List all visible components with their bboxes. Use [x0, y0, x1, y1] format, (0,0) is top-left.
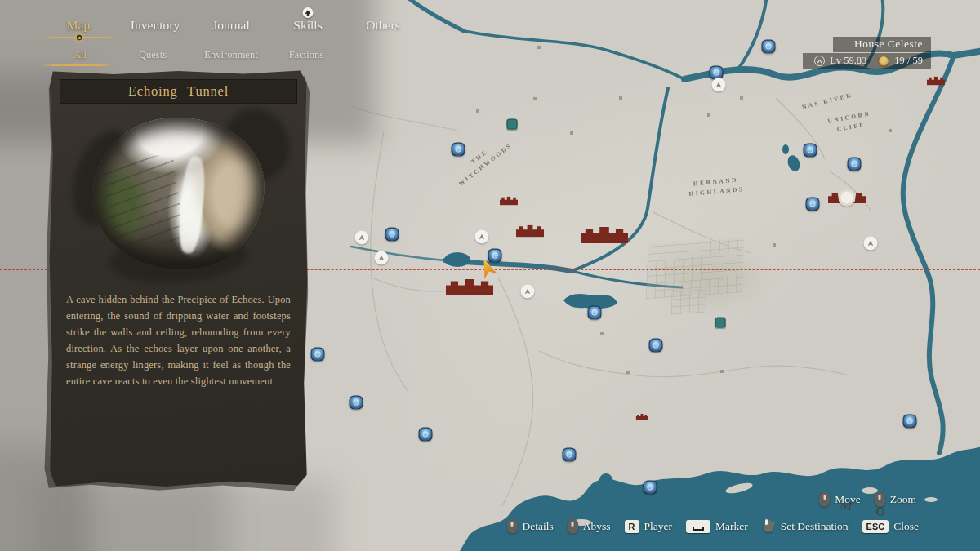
- map-marker-teal-icon[interactable]: [507, 119, 518, 130]
- panel-title-band: Echoing Tunnel: [60, 79, 297, 104]
- tab-inventory[interactable]: Inventory: [131, 18, 180, 33]
- player-label: Player: [644, 520, 673, 533]
- set-destination-control[interactable]: Set Destination: [762, 518, 849, 534]
- house-name: House Celeste: [833, 37, 931, 52]
- map-marker-waypoint-icon[interactable]: [311, 348, 325, 362]
- close-label: Close: [893, 520, 919, 533]
- subtab-quests[interactable]: Quests: [139, 49, 167, 61]
- map-marker-waypoint-icon[interactable]: [419, 428, 433, 442]
- marker-control[interactable]: Marker: [686, 520, 748, 533]
- map-marker-poi-icon[interactable]: [475, 230, 489, 244]
- mouse-left-click-icon: [507, 519, 518, 534]
- abyss-control[interactable]: Abyss: [568, 519, 611, 534]
- mouse-move-icon: [819, 492, 830, 507]
- underline-ornament-icon: [76, 34, 83, 42]
- map-hamlet-dot-icon: [533, 97, 537, 100]
- map-hamlet-dot-icon: [476, 109, 479, 113]
- close-control[interactable]: ESC Close: [862, 520, 919, 533]
- player-stats: Lv 59.83 19 / 59: [803, 53, 931, 69]
- key-r-icon: R: [625, 520, 639, 533]
- map-marker-waypoint-icon[interactable]: [644, 481, 657, 495]
- map-marker-waypoint-icon[interactable]: [563, 448, 577, 462]
- mouse-wheel-icon: [875, 492, 885, 507]
- map-marker-settlement-icon[interactable]: [927, 77, 945, 86]
- key-spacebar-icon: [686, 520, 710, 533]
- map-marker-poi-icon[interactable]: [375, 251, 389, 265]
- map-marker-poi-icon[interactable]: [864, 237, 878, 251]
- map-marker-settlement-icon[interactable]: [446, 279, 493, 295]
- tab-skills[interactable]: Skills: [293, 18, 322, 33]
- map-marker-waypoint-icon[interactable]: [806, 198, 820, 211]
- zoom-control[interactable]: Zoom: [875, 492, 916, 507]
- location-image: [85, 113, 273, 278]
- map-marker-poi-icon[interactable]: [355, 231, 369, 245]
- hand-cursor-icon: [762, 518, 776, 534]
- player-info-hud: House Celeste Lv 59.83 19 / 59: [803, 36, 931, 69]
- move-label: Move: [835, 493, 861, 506]
- map-hamlet-dot-icon: [773, 243, 776, 247]
- map-marker-waypoint-icon[interactable]: [488, 249, 502, 263]
- set-destination-label: Set Destination: [781, 520, 849, 533]
- tab-journal[interactable]: Journal: [212, 18, 250, 33]
- map-marker-waypoint-icon[interactable]: [903, 415, 917, 429]
- map-hamlet-dot-icon: [600, 332, 604, 335]
- map-hamlet-dot-icon: [537, 46, 541, 49]
- tab-others[interactable]: Others: [366, 18, 399, 33]
- map-marker-waypoint-icon[interactable]: [804, 144, 817, 158]
- location-detail-panel: Echoing Tunnel A cave hidden behind the …: [49, 70, 308, 487]
- active-subtab-underline: [41, 64, 114, 66]
- map-hamlet-dot-icon: [740, 96, 743, 100]
- map-hamlet-dot-icon: [889, 129, 892, 132]
- map-marker-waypoint-icon[interactable]: [385, 228, 399, 242]
- map-marker-poi-icon[interactable]: [712, 78, 726, 92]
- move-control[interactable]: Move: [819, 492, 861, 507]
- map-hamlet-dot-icon: [626, 371, 630, 374]
- subtab-environment[interactable]: Environment: [204, 49, 257, 61]
- level-roof-icon: [814, 56, 825, 66]
- map-hamlet-dot-icon: [570, 131, 573, 135]
- mouse-wheel-icon: [568, 519, 578, 534]
- player-control[interactable]: R Player: [625, 520, 672, 533]
- map-marker-waypoint-icon[interactable]: [848, 158, 862, 171]
- control-hints-row-1: Move Zoom: [819, 492, 916, 507]
- map-marker-poi-icon[interactable]: [521, 285, 535, 299]
- map-marker-fort-icon[interactable]: [828, 189, 866, 206]
- control-hints-row-2: Details Abyss R Player Marker Set Destin…: [507, 518, 919, 534]
- map-marker-waypoint-icon[interactable]: [350, 396, 363, 410]
- map-marker-settlement-icon[interactable]: [636, 414, 648, 420]
- game-map-screen: THE WITCHWOODSNAS RIVERUNICORN CLIFFHERN…: [0, 0, 980, 551]
- abyss-label: Abyss: [583, 520, 611, 533]
- location-title: Echoing Tunnel: [128, 83, 229, 100]
- map-marker-settlement-icon[interactable]: [500, 197, 518, 206]
- map-marker-waypoint-icon[interactable]: [762, 40, 776, 54]
- marker-label: Marker: [715, 520, 748, 533]
- key-esc-icon: ESC: [862, 520, 889, 533]
- seal-badge-icon: [878, 56, 889, 67]
- map-marker-waypoint-icon[interactable]: [452, 143, 466, 157]
- map-marker-waypoint-icon[interactable]: [649, 339, 663, 353]
- subtab-all[interactable]: All: [74, 49, 87, 61]
- map-marker-waypoint-icon[interactable]: [588, 306, 602, 320]
- map-hamlet-dot-icon: [619, 96, 622, 100]
- player-level: Lv 59.83: [830, 55, 866, 67]
- skills-notification-badge-icon: [303, 7, 314, 18]
- zoom-label: Zoom: [890, 493, 916, 506]
- subtab-factions[interactable]: Factions: [289, 49, 323, 61]
- map-marker-teal-icon[interactable]: [715, 318, 726, 328]
- location-description: A cave hidden behind the Precipice of Ec…: [66, 291, 291, 390]
- tab-map[interactable]: Map: [67, 18, 90, 33]
- exploration-counter: 19 / 59: [894, 55, 923, 67]
- map-hamlet-dot-icon: [707, 113, 710, 117]
- details-control[interactable]: Details: [507, 519, 554, 534]
- farmland-grid: [671, 289, 706, 314]
- details-label: Details: [523, 520, 554, 533]
- map-marker-settlement-icon[interactable]: [516, 225, 544, 238]
- active-tab-underline: [41, 37, 118, 38]
- map-hamlet-dot-icon: [720, 370, 724, 373]
- map-marker-settlement-icon[interactable]: [581, 227, 628, 243]
